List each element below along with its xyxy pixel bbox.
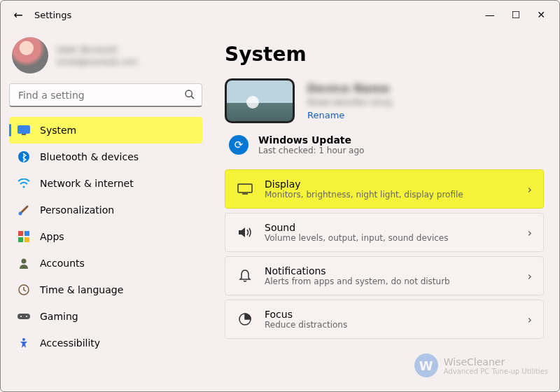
svg-point-15 (26, 316, 27, 317)
brush-icon (18, 204, 30, 216)
svg-rect-2 (18, 125, 30, 134)
device-model: Model identifier string (307, 98, 392, 107)
system-icon (18, 124, 30, 136)
svg-rect-8 (24, 231, 29, 236)
card-subtitle: Monitors, brightness, night light, displ… (265, 190, 463, 200)
profile-name: User Account (57, 44, 138, 55)
sidebar-item-label: Accounts (40, 258, 85, 269)
maximize-button[interactable]: ☐ (512, 9, 521, 20)
card-notifications[interactable]: Notifications Alerts from apps and syste… (225, 256, 544, 295)
card-sound[interactable]: Sound Volume levels, output, input, soun… (225, 213, 544, 252)
card-subtitle: Volume levels, output, input, sound devi… (265, 233, 448, 243)
card-subtitle: Alerts from apps and system, do not dist… (265, 276, 450, 286)
svg-rect-9 (18, 237, 23, 242)
bell-icon (237, 269, 253, 283)
search-input[interactable] (9, 83, 202, 107)
gaming-icon (18, 310, 30, 323)
svg-point-0 (186, 90, 192, 97)
chevron-right-icon: › (528, 226, 532, 239)
windows-update-row[interactable]: ⟳ Windows Update Last checked: 1 hour ag… (225, 134, 544, 155)
rename-link[interactable]: Rename (307, 110, 392, 120)
sidebar-item-label: Bluetooth & devices (40, 151, 139, 162)
sound-icon (237, 226, 253, 239)
sidebar-item-label: Gaming (40, 311, 78, 322)
chevron-right-icon: › (528, 183, 532, 196)
card-title: Focus (265, 309, 347, 320)
svg-point-11 (22, 259, 27, 264)
watermark-sub: Advanced PC Tune-up Utilities (444, 368, 548, 375)
sidebar-item-gaming[interactable]: Gaming (9, 303, 202, 330)
svg-point-5 (23, 186, 25, 188)
wifi-icon (18, 177, 30, 190)
svg-line-1 (191, 96, 194, 99)
profile-section[interactable]: User Account email@example.com (9, 34, 202, 83)
sidebar-item-accounts[interactable]: Accounts (9, 250, 202, 276)
chevron-right-icon: › (528, 313, 532, 326)
focus-icon (237, 312, 253, 326)
svg-point-6 (19, 212, 22, 216)
card-title: Display (265, 178, 463, 190)
chevron-right-icon: › (528, 270, 532, 283)
page-title: System (225, 43, 544, 66)
update-icon: ⟳ (229, 135, 248, 155)
person-icon (18, 257, 30, 270)
sidebar-item-label: System (40, 125, 76, 136)
window-title: Settings (34, 10, 71, 20)
minimize-button[interactable]: — (485, 9, 495, 20)
sidebar-item-time[interactable]: Time & language (9, 276, 202, 303)
sidebar-item-label: Time & language (40, 284, 123, 295)
settings-cards: Display Monitors, brightness, night ligh… (225, 169, 544, 339)
watermark: W WiseCleaner Advanced PC Tune-up Utilit… (414, 354, 548, 377)
svg-rect-10 (24, 237, 29, 242)
svg-point-14 (20, 316, 22, 317)
apps-icon (18, 230, 30, 243)
sidebar-item-network[interactable]: Network & internet (9, 170, 202, 197)
sidebar-item-personalization[interactable]: Personalization (9, 197, 202, 223)
main-panel: System Device Name Model identifier stri… (211, 29, 559, 391)
svg-rect-3 (22, 134, 26, 135)
display-icon (237, 183, 253, 195)
svg-rect-7 (18, 231, 23, 236)
device-section: Device Name Model identifier string Rena… (225, 78, 544, 123)
card-focus[interactable]: Focus Reduce distractions › (225, 300, 544, 339)
svg-rect-13 (18, 314, 30, 319)
card-title: Sound (265, 222, 448, 233)
update-title: Windows Update (258, 134, 364, 146)
update-subtitle: Last checked: 1 hour ago (258, 146, 364, 155)
accessibility-icon (18, 337, 30, 349)
sidebar-item-label: Apps (40, 231, 64, 242)
sidebar-item-apps[interactable]: Apps (9, 223, 202, 250)
sidebar-item-system[interactable]: System (9, 117, 202, 144)
card-display[interactable]: Display Monitors, brightness, night ligh… (225, 169, 544, 209)
search-box (9, 83, 202, 107)
sidebar-item-label: Personalization (40, 204, 114, 216)
window-controls: — ☐ ✕ (485, 9, 552, 20)
device-name: Device Name (307, 82, 392, 95)
sidebar-item-bluetooth[interactable]: Bluetooth & devices (9, 144, 202, 170)
sidebar-item-label: Network & internet (40, 178, 134, 189)
sidebar: User Account email@example.com System Bl… (1, 29, 211, 391)
sidebar-nav: System Bluetooth & devices Network & int… (9, 117, 202, 356)
svg-point-16 (22, 338, 25, 341)
search-icon[interactable] (184, 89, 195, 103)
watermark-logo: W (414, 354, 438, 377)
back-button[interactable]: ← (8, 8, 29, 22)
desktop-thumbnail[interactable] (225, 78, 295, 123)
sidebar-item-label: Accessibility (40, 337, 100, 349)
card-title: Notifications (265, 265, 450, 276)
card-subtitle: Reduce distractions (265, 320, 347, 330)
profile-email: email@example.com (57, 57, 138, 66)
watermark-brand: WiseCleaner (444, 356, 548, 368)
clock-icon (18, 284, 30, 296)
sidebar-item-accessibility[interactable]: Accessibility (9, 330, 202, 356)
avatar (12, 37, 48, 74)
svg-rect-17 (238, 184, 252, 192)
bluetooth-icon (18, 150, 30, 163)
close-button[interactable]: ✕ (537, 9, 545, 20)
titlebar: ← Settings — ☐ ✕ (1, 1, 559, 29)
